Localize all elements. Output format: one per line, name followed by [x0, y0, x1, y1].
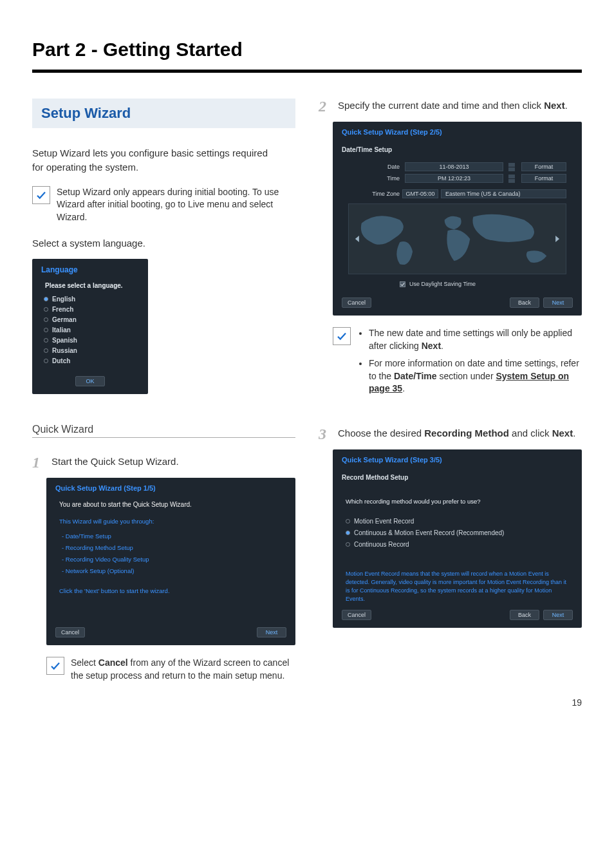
dst-row[interactable]: Use Daylight Saving Time [400, 281, 573, 287]
cancel-button[interactable]: Cancel [342, 610, 371, 620]
world-map[interactable] [348, 203, 566, 274]
timezone-name-select[interactable]: Eastern Time (US & Canada) [441, 189, 566, 198]
step-3-row: 3 Choose the desired Recording Method an… [319, 426, 582, 442]
right-column: 2 Specify the current date and time and … [319, 99, 582, 695]
step-2-row: 2 Specify the current date and time and … [319, 99, 582, 114]
step-1-row: 1 Start the Quick Setup Wizard. [32, 455, 295, 470]
language-option-spanish[interactable]: Spanish [44, 337, 139, 344]
record-option-continuous[interactable]: Continuous Record [346, 541, 573, 548]
date-format-select[interactable]: Format [521, 162, 566, 171]
wizard-step1-item: - Date/Time Setup [62, 532, 286, 541]
timezone-offset-select[interactable]: GMT-05:00 [402, 189, 438, 198]
back-button[interactable]: Back [510, 610, 539, 620]
cancel-button[interactable]: Cancel [55, 627, 85, 637]
step-3-text: Choose the desired Recording Method and … [338, 426, 582, 440]
next-button[interactable]: Next [257, 627, 286, 637]
back-button[interactable]: Back [510, 297, 539, 308]
wizard-step1-item: - Recording Video Quality Setup [62, 555, 286, 564]
dst-checkbox[interactable] [400, 281, 405, 287]
language-option-english[interactable]: English [44, 296, 139, 303]
wizard-step3-dialog: Quick Setup Wizard (Step 3/5) Record Met… [333, 449, 582, 628]
language-dialog-title: Language [41, 265, 139, 274]
note-datetime: The new date and time settings will only… [333, 327, 582, 401]
record-method-explain: Motion Event Record means that the syste… [346, 570, 569, 603]
time-label: Time [348, 175, 400, 182]
title-rule [32, 70, 582, 73]
language-option-italian[interactable]: Italian [44, 326, 139, 334]
note-initial-booting: Setup Wizard only appears during initial… [32, 186, 295, 224]
left-column: Setup Wizard Setup Wizard lets you confi… [32, 99, 295, 695]
section-heading-setup-wizard: Setup Wizard [32, 99, 295, 128]
check-icon [32, 186, 50, 204]
step-1-text: Start the Quick Setup Wizard. [51, 455, 295, 468]
language-option-french[interactable]: French [44, 306, 139, 313]
time-field[interactable]: PM 12:02:23 [405, 174, 503, 183]
next-button[interactable]: Next [543, 297, 573, 308]
next-button[interactable]: Next [543, 610, 573, 620]
language-option-dutch[interactable]: Dutch [44, 357, 139, 364]
date-label: Date [348, 164, 400, 170]
language-dialog: Language Please select a language. Engli… [32, 259, 148, 394]
note-datetime-item: For more information on date and time se… [369, 357, 582, 395]
time-spinner[interactable] [508, 175, 515, 183]
language-option-russian[interactable]: Russian [44, 347, 139, 354]
cancel-button[interactable]: Cancel [342, 297, 371, 308]
step-1-number: 1 [32, 455, 44, 470]
date-field[interactable]: 11-08-2013 [405, 162, 503, 171]
wizard-step1-guide: This Wizard will guide you through: [59, 517, 286, 526]
note-cancel: Select Cancel from any of the Wizard scr… [46, 657, 295, 682]
language-option-german[interactable]: German [44, 316, 139, 323]
record-method-radio-group: Motion Event Record Continuous & Motion … [346, 518, 573, 548]
wizard-step1-cta: Click the 'Next' button to start the wiz… [59, 587, 286, 596]
date-spinner[interactable] [508, 163, 515, 171]
note-text: Setup Wizard only appears during initial… [57, 186, 295, 224]
step-2-text: Specify the current date and time and th… [338, 99, 582, 112]
wizard-step1-dialog: Quick Setup Wizard (Step 1/5) You are ab… [46, 478, 295, 645]
time-format-select[interactable]: Format [521, 174, 566, 183]
note-datetime-item: The new date and time settings will only… [369, 327, 582, 352]
wizard-step1-subtitle: You are about to start the Quick Setup W… [59, 501, 286, 508]
wizard-step1-item: - Network Setup (Optional) [62, 567, 286, 576]
step-2-number: 2 [319, 99, 330, 114]
wizard-step3-title: Quick Setup Wizard (Step 3/5) [342, 456, 573, 464]
check-icon [333, 327, 351, 345]
quick-wizard-heading: Quick Wizard [32, 424, 295, 438]
language-radio-group: English French German Italian Spanish Ru… [44, 296, 139, 364]
dst-label: Use Daylight Saving Time [409, 281, 476, 287]
step-3-number: 3 [319, 426, 330, 442]
record-method-label: Record Method Setup [342, 474, 573, 481]
record-option-continuous-motion[interactable]: Continuous & Motion Event Record (Recomm… [346, 529, 573, 536]
record-method-question: Which recording method would you prefer … [346, 498, 573, 505]
page-title: Part 2 - Getting Started [32, 39, 582, 61]
timezone-label: Time Zone [348, 191, 400, 197]
datetime-setup-label: Date/Time Setup [342, 146, 573, 153]
datetime-form: Date 11-08-2013 Format Time PM 12:02:23 … [348, 162, 566, 183]
wizard-step1-item: - Recording Method Setup [62, 543, 286, 552]
record-option-motion[interactable]: Motion Event Record [346, 518, 573, 525]
check-icon [46, 657, 64, 675]
ok-button[interactable]: OK [75, 376, 105, 386]
select-language-text: Select a system language. [32, 236, 295, 250]
page-number: 19 [572, 697, 582, 708]
note-cancel-text: Select Cancel from any of the Wizard scr… [71, 657, 295, 682]
wizard-step1-title: Quick Setup Wizard (Step 1/5) [55, 484, 286, 492]
wizard-step2-dialog: Quick Setup Wizard (Step 2/5) Date/Time … [333, 122, 582, 316]
wizard-step2-title: Quick Setup Wizard (Step 2/5) [342, 128, 573, 136]
intro-text: Setup Wizard lets you configure basic se… [32, 146, 277, 175]
language-dialog-prompt: Please select a language. [45, 282, 139, 289]
